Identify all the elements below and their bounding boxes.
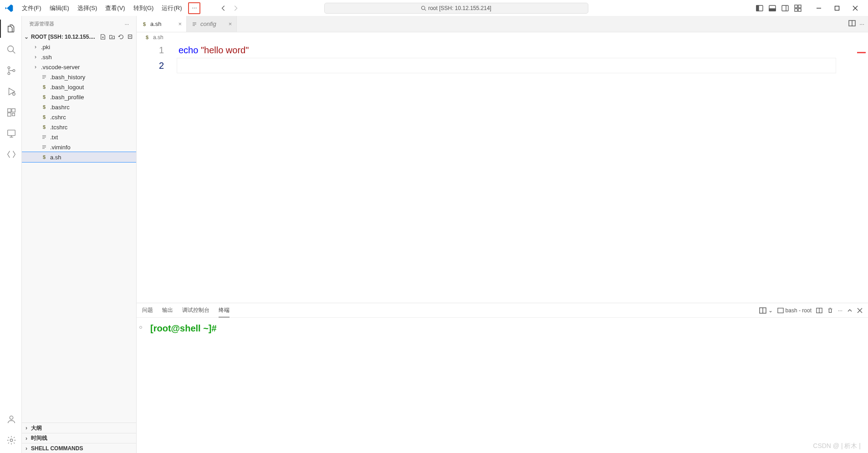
menu-view[interactable]: 查看(V) [102,2,128,14]
close-button[interactable] [846,2,864,15]
menu-file[interactable]: 文件(F) [18,2,45,14]
panel-tab-output[interactable]: 输出 [162,304,173,317]
tree-file[interactable]: $.cshrc [22,112,136,122]
breadcrumb[interactable]: $ a.sh [137,32,868,42]
activity-explorer[interactable] [0,20,22,38]
tree-file[interactable]: $a.sh [22,152,136,162]
terminal-profile[interactable]: bash - root [777,307,812,314]
chevron-right-icon: › [24,425,29,431]
terminal-prompt: [root@shell ~]# [150,323,217,333]
activity-search[interactable] [0,41,22,59]
section-shell-commands[interactable]: ›SHELL COMMANDS [22,443,136,453]
tree-file[interactable]: $.bash_logout [22,82,136,92]
layout-sidebar-left-icon[interactable] [755,4,764,13]
activity-accounts[interactable] [0,410,22,428]
tree-folder[interactable]: ›.ssh [22,52,136,62]
tab-close-icon[interactable]: × [228,20,232,27]
terminal-new-icon[interactable] [816,307,822,314]
svg-rect-2 [756,5,759,11]
explorer-root-row[interactable]: ⌄ ROOT [SSH: 10.12.155.... [22,32,136,42]
panel-tabs: 问题 输出 调试控制台 终端 ⌄ bash - root ··· [137,303,868,318]
svg-point-13 [8,72,10,75]
panel-tab-debug-console[interactable]: 调试控制台 [182,304,209,317]
svg-rect-17 [11,109,15,112]
split-editor-icon[interactable] [848,20,856,28]
watermark-text: CSDN @ | 析木 | [813,442,861,450]
activity-gitlens[interactable] [0,145,22,163]
panel-close-icon[interactable] [857,308,863,313]
minimize-button[interactable] [810,2,828,15]
tree-file[interactable]: $.bashrc [22,102,136,112]
layout-panel-icon[interactable] [768,4,777,13]
maximize-button[interactable] [828,2,846,15]
tree-file[interactable]: .viminfo [22,142,136,152]
tree-folder[interactable]: ›.pki [22,42,136,52]
sidebar-bottom-sections: ›大纲 ›时间线 ›SHELL COMMANDS [22,422,136,453]
editor-tab[interactable]: config× [187,16,237,32]
refresh-icon[interactable] [117,33,125,41]
new-folder-icon[interactable] [108,33,116,41]
nav-back-button[interactable] [219,3,229,13]
chevron-down-icon: ⌄ [768,307,773,314]
tree-file[interactable]: .bash_history [22,72,136,82]
line-number: 2 [137,58,164,73]
editor-tab[interactable]: $a.sh× [137,16,187,32]
panel-tab-terminal[interactable]: 终端 [219,304,230,317]
new-file-icon[interactable] [99,33,107,41]
file-label: .tcshrc [50,124,67,131]
file-label: .bash_history [50,74,85,81]
collapse-all-icon[interactable] [126,33,134,41]
panel-more-icon[interactable]: ··· [838,307,842,314]
shell-file-icon: $ [41,114,47,120]
svg-point-15 [12,93,15,96]
customize-layout-icon[interactable] [793,4,802,13]
tab-close-icon[interactable]: × [178,20,182,27]
more-actions-icon[interactable]: ··· [859,20,864,27]
chevron-right-icon: › [33,64,38,70]
layout-sidebar-right-icon[interactable] [781,4,790,13]
menu-select[interactable]: 选择(S) [74,2,101,14]
activity-source-control[interactable] [0,61,22,80]
nav-forward-button[interactable] [230,3,240,13]
search-icon [421,5,426,11]
activity-remote-explorer[interactable] [0,124,22,143]
shell-file-icon: $ [41,104,47,110]
tree-folder[interactable]: ›.vscode-server [22,62,136,72]
section-label: SHELL COMMANDS [31,445,83,452]
chevron-down-icon: ⌄ [24,34,29,40]
tree-file[interactable]: $.tcshrc [22,122,136,132]
activity-extensions[interactable] [0,103,22,122]
terminal-body[interactable]: [root@shell ~]# [137,318,868,453]
activity-settings[interactable] [0,431,22,449]
terminal-split-icon[interactable]: ⌄ [759,307,773,314]
svg-rect-26 [777,308,783,313]
code-line: echo "hello word" [179,42,868,58]
tree-file[interactable]: .txt [22,132,136,142]
terminal-kill-icon[interactable] [827,307,833,314]
svg-rect-6 [795,5,797,8]
section-outline[interactable]: ›大纲 [22,423,136,433]
file-tree: ›.pki›.ssh›.vscode-server.bash_history$.… [22,42,136,422]
sidebar-more-icon[interactable]: ··· [125,21,129,27]
code-editor[interactable]: 1 2 echo "hello word" ▬▬ [137,42,868,303]
menu-more-highlighted[interactable]: ··· [188,2,200,14]
activity-run-debug[interactable] [0,82,22,101]
shell-file-icon: $ [41,94,47,100]
section-timeline[interactable]: ›时间线 [22,433,136,443]
root-label: ROOT [SSH: 10.12.155.... [31,34,95,40]
tab-label: config [200,20,216,27]
file-label: .bash_logout [50,84,84,91]
menu-go[interactable]: 转到(G) [130,2,158,14]
main-layout: 资源管理器 ··· ⌄ ROOT [SSH: 10.12.155.... ›.p… [0,16,868,453]
svg-point-12 [8,66,10,69]
command-center[interactable]: root [SSH: 10.12.155.214] [324,3,588,14]
panel-tab-problems[interactable]: 问题 [142,304,153,317]
shell-file-icon: $ [141,21,148,27]
shell-file-icon: $ [41,154,47,160]
menu-edit[interactable]: 编辑(E) [46,2,73,14]
tab-label: a.sh [150,20,162,27]
svg-point-0 [422,6,425,10]
tree-file[interactable]: $.bash_profile [22,92,136,102]
menu-run[interactable]: 运行(R) [158,2,185,14]
panel-maximize-icon[interactable] [847,308,853,313]
